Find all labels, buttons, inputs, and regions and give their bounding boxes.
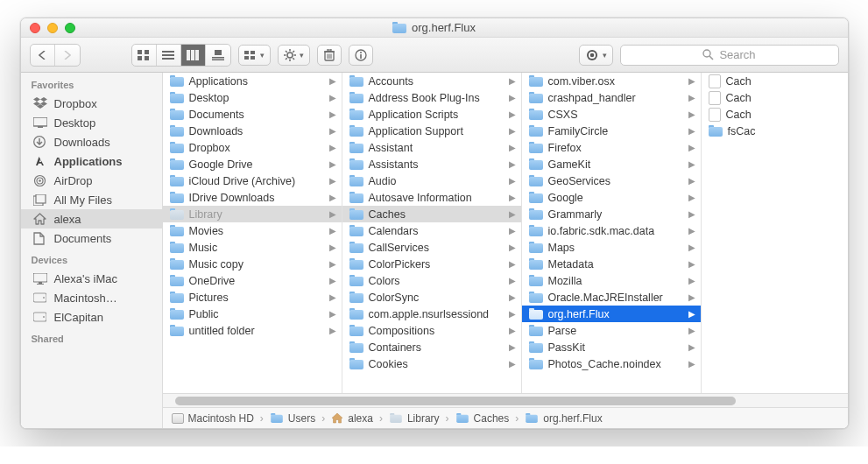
path-segment[interactable]: org.herf.Flux: [525, 412, 602, 425]
file-item[interactable]: CSXS▶: [522, 106, 701, 123]
file-item[interactable]: Assistant▶: [342, 139, 521, 156]
file-item[interactable]: Calendars▶: [342, 222, 521, 239]
file-item[interactable]: Mozilla▶: [522, 272, 701, 289]
file-item[interactable]: Downloads▶: [163, 123, 342, 139]
file-item[interactable]: ColorPickers▶: [342, 256, 521, 272]
file-item[interactable]: Containers▶: [342, 339, 521, 355]
arrange-button[interactable]: ▾: [238, 45, 271, 66]
file-item[interactable]: IDrive Downloads▶: [163, 189, 342, 206]
sidebar-item-downloads[interactable]: Downloads: [21, 132, 162, 151]
sidebar-item-dropbox[interactable]: Dropbox: [21, 94, 162, 113]
file-item[interactable]: Movies▶: [163, 222, 342, 239]
file-item-label: Cookies: [369, 358, 408, 370]
file-item[interactable]: Audio▶: [342, 172, 521, 189]
file-item[interactable]: fsCac: [702, 123, 848, 139]
path-segment[interactable]: Macintosh HD: [172, 412, 254, 425]
action-button[interactable]: ▾: [278, 45, 310, 66]
info-button[interactable]: [349, 45, 373, 66]
file-item[interactable]: Address Book Plug-Ins▶: [342, 89, 521, 106]
column-3[interactable]: CachCachCachfsCac: [702, 73, 848, 393]
file-item[interactable]: Google▶: [522, 189, 701, 206]
path-bar[interactable]: Macintosh HD›Users›alexa›Library›Caches›…: [163, 407, 848, 428]
sidebar-item-applications[interactable]: Applications: [21, 151, 162, 171]
file-item[interactable]: Accounts▶: [342, 73, 521, 89]
file-item[interactable]: Parse▶: [522, 322, 701, 339]
folder-icon: [529, 258, 543, 270]
back-button[interactable]: [31, 45, 55, 66]
horizontal-scrollbar[interactable]: [163, 393, 848, 407]
titlebar[interactable]: org.herf.Flux: [21, 18, 848, 38]
share-button[interactable]: ▾: [579, 45, 613, 66]
path-segment[interactable]: Users: [270, 412, 315, 425]
search-field[interactable]: Search: [620, 45, 839, 66]
file-item[interactable]: io.fabric.sdk.mac.data▶: [522, 222, 701, 239]
icon-view-button[interactable]: [132, 45, 157, 66]
file-item[interactable]: FamilyCircle▶: [522, 123, 701, 139]
file-item[interactable]: untitled folder▶: [163, 322, 342, 339]
file-item[interactable]: Pictures▶: [163, 289, 342, 306]
file-item[interactable]: Google Drive▶: [163, 156, 342, 172]
file-item[interactable]: Autosave Information▶: [342, 189, 521, 206]
file-item[interactable]: Cach: [702, 73, 848, 89]
sidebar-item-alexa-s-imac[interactable]: Alexa's iMac: [21, 269, 162, 288]
column-1[interactable]: Accounts▶Address Book Plug-Ins▶Applicati…: [342, 73, 522, 393]
file-item[interactable]: Colors▶: [342, 272, 521, 289]
path-segment[interactable]: Library: [389, 412, 440, 425]
column-2[interactable]: com.viber.osx▶crashpad_handler▶CSXS▶Fami…: [522, 73, 702, 393]
scrollbar-thumb[interactable]: [175, 397, 736, 405]
file-item[interactable]: Compositions▶: [342, 322, 521, 339]
sidebar-item-elcapitan[interactable]: ElCapitan: [21, 307, 162, 327]
chevron-right-icon: ▶: [688, 176, 695, 186]
file-item[interactable]: Photos_Cache.noindex▶: [522, 355, 701, 372]
file-item[interactable]: Cach: [702, 106, 848, 123]
file-item[interactable]: Public▶: [163, 306, 342, 322]
coverflow-view-button[interactable]: [206, 45, 230, 66]
file-item[interactable]: com.apple.nsurlsessiond▶: [342, 306, 521, 322]
sidebar-item-all-my-files[interactable]: All My Files: [21, 190, 162, 209]
file-item[interactable]: Dropbox▶: [163, 139, 342, 156]
file-item[interactable]: com.viber.osx▶: [522, 73, 701, 89]
column-browser[interactable]: Applications▶Desktop▶Documents▶Downloads…: [163, 73, 848, 393]
sidebar-item-macintosh-[interactable]: Macintosh…: [21, 288, 162, 307]
file-item[interactable]: Oracle.MacJREInstaller▶: [522, 289, 701, 306]
file-item-label: com.apple.nsurlsessiond: [369, 308, 490, 320]
file-item-label: GeoServices: [548, 175, 611, 187]
path-segment[interactable]: Caches: [455, 412, 510, 425]
column-0[interactable]: Applications▶Desktop▶Documents▶Downloads…: [163, 73, 342, 393]
file-item[interactable]: Grammarly▶: [522, 206, 701, 222]
file-item[interactable]: crashpad_handler▶: [522, 89, 701, 106]
file-item[interactable]: Music copy▶: [163, 256, 342, 272]
file-item[interactable]: iCloud Drive (Archive)▶: [163, 172, 342, 189]
file-item[interactable]: PassKit▶: [522, 339, 701, 355]
file-item[interactable]: org.herf.Flux▶: [522, 306, 701, 322]
file-item[interactable]: Application Scripts▶: [342, 106, 521, 123]
file-item[interactable]: Firefox▶: [522, 139, 701, 156]
file-item[interactable]: GeoServices▶: [522, 172, 701, 189]
sidebar-item-documents[interactable]: Documents: [21, 228, 162, 248]
file-item[interactable]: Desktop▶: [163, 89, 342, 106]
file-item[interactable]: Library▶: [163, 206, 342, 222]
file-item[interactable]: Caches▶: [342, 206, 521, 222]
column-view-button[interactable]: [181, 45, 206, 66]
sidebar-item-alexa[interactable]: alexa: [21, 209, 162, 228]
forward-button[interactable]: [55, 45, 80, 66]
path-segment[interactable]: alexa: [331, 412, 373, 425]
list-view-button[interactable]: [157, 45, 181, 66]
file-item[interactable]: Assistants▶: [342, 156, 521, 172]
sidebar-item-airdrop[interactable]: AirDrop: [21, 171, 162, 190]
file-item[interactable]: CallServices▶: [342, 239, 521, 256]
file-item[interactable]: Music▶: [163, 239, 342, 256]
sidebar-item-desktop[interactable]: Desktop: [21, 113, 162, 132]
file-item[interactable]: OneDrive▶: [163, 272, 342, 289]
file-item[interactable]: Applications▶: [163, 73, 342, 89]
file-item[interactable]: GameKit▶: [522, 156, 701, 172]
file-item[interactable]: Maps▶: [522, 239, 701, 256]
file-item[interactable]: Documents▶: [163, 106, 342, 123]
file-item[interactable]: Application Support▶: [342, 123, 521, 139]
sidebar-item-label: Documents: [54, 232, 112, 245]
file-item[interactable]: Metadata▶: [522, 256, 701, 272]
file-item[interactable]: Cookies▶: [342, 355, 521, 372]
trash-button[interactable]: [317, 45, 342, 66]
file-item[interactable]: ColorSync▶: [342, 289, 521, 306]
file-item[interactable]: Cach: [702, 89, 848, 106]
